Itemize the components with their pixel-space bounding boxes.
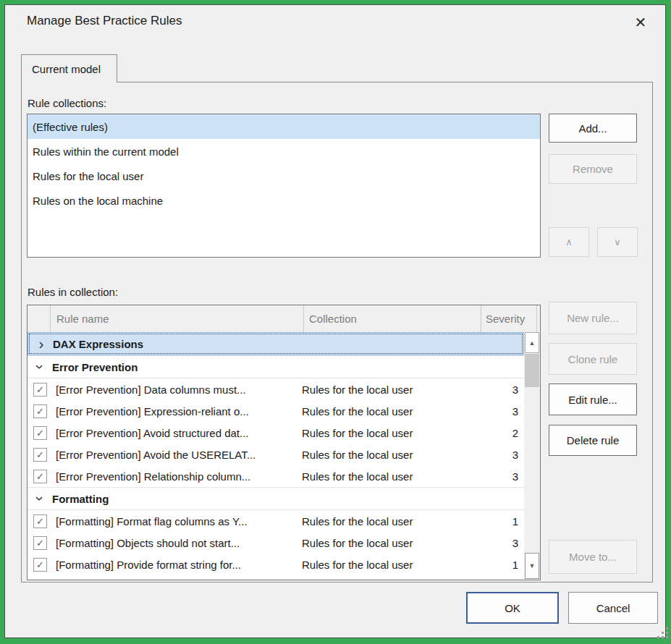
header-collection[interactable]: Collection [304,305,481,332]
rule-collection-cell: Rules for the local user [297,405,468,418]
rule-checkbox[interactable]: ✓ [33,404,47,418]
rule-checkbox-cell: ✓ [28,470,50,483]
delete-rule-button[interactable]: Delete rule [549,425,637,456]
rule-checkbox[interactable]: ✓ [33,448,47,462]
rule-collections-listbox[interactable]: (Effective rules)Rules within the curren… [27,114,541,258]
dialog-window: Manage Best Practice Rules ✕ Current mod… [4,4,666,638]
rule-collections-label: Rule collections: [28,97,106,109]
rule-name-cell: [Formatting] Provide format string for..… [50,559,297,571]
rule-severity-cell: 3 [468,405,524,418]
rule-name-cell: [Error Prevention] Avoid the USERELAT... [50,449,297,461]
rule-collection-cell: Rules for the local user [297,427,468,439]
rule-checkbox[interactable]: ✓ [33,514,47,528]
rule-checkbox[interactable]: ✓ [33,470,47,483]
rules-table: Rule name Collection Severity ›DAX Expre… [27,305,541,580]
close-icon[interactable]: ✕ [628,9,654,35]
rule-collection-cell: Rules for the local user [297,384,468,396]
header-checkbox-column [28,305,51,332]
tab-current-model[interactable]: Current model [21,54,117,82]
rule-name-cell: [Error Prevention] Data columns must... [50,384,297,396]
header-severity[interactable]: Severity [481,305,537,332]
rule-row[interactable]: ✓[Formatting] Provide format string for.… [28,554,524,575]
rule-name-cell: [Formatting] Objects should not start... [50,537,297,549]
rule-row[interactable]: ✓[Error Prevention] Relationship column.… [28,465,524,487]
rule-severity-cell: 3 [468,384,524,396]
rule-group-label: Error Prevention [52,361,138,373]
rule-severity-cell: 1 [468,559,524,571]
collection-list-item[interactable]: Rules on the local machine [28,188,540,213]
rule-severity-cell: 1 [468,515,524,528]
chevron-expanded-icon[interactable]: › [35,361,46,373]
header-spacer [537,305,540,332]
rule-name-cell: [Error Prevention] Expression-reliant o.… [50,405,297,418]
tab-label: Current model [32,63,101,75]
rule-checkbox-cell: ✓ [28,404,50,418]
rules-in-collection-label: Rules in collection: [28,286,118,298]
rule-severity-cell: 2 [468,427,524,439]
add-button[interactable]: Add... [549,114,637,143]
rule-name-cell: [Error Prevention] Avoid structured dat.… [50,427,297,439]
cancel-button[interactable]: Cancel [568,592,658,624]
rule-severity-cell: 3 [468,449,524,461]
rule-row[interactable]: ✓[Error Prevention] Expression-reliant o… [28,400,524,422]
scroll-up-icon[interactable]: ▲ [525,332,539,353]
rule-checkbox-cell: ✓ [28,383,50,397]
rule-checkbox[interactable]: ✓ [33,426,47,440]
header-rule-name[interactable]: Rule name [51,305,304,332]
rule-collection-cell: Rules for the local user [297,537,468,549]
rule-checkbox[interactable]: ✓ [33,558,47,572]
rule-group-row[interactable]: ›Error Prevention [28,355,524,378]
rule-severity-cell: 3 [468,470,524,483]
rule-collection-cell: Rules for the local user [297,449,468,461]
collection-list-item[interactable]: (Effective rules) [28,114,540,139]
rule-checkbox[interactable]: ✓ [33,383,47,397]
rule-row[interactable]: ✓[Error Prevention] Avoid structured dat… [28,422,524,444]
rules-table-header: Rule name Collection Severity [28,305,540,333]
rule-checkbox[interactable]: ✓ [33,536,47,550]
rules-table-body: ›DAX Expressions›Error Prevention✓[Error… [28,332,524,580]
rule-row[interactable]: ✓[Error Prevention] Avoid the USERELAT..… [28,444,524,465]
rule-checkbox-cell: ✓ [28,514,50,528]
dialog-title: Manage Best Practice Rules [27,14,182,28]
rule-row[interactable]: ✓[Error Prevention] Data columns must...… [28,378,524,400]
rule-checkbox-cell: ✓ [28,536,50,550]
rule-group-row[interactable]: ›DAX Expressions [28,332,524,355]
rule-group-row[interactable]: ›Formatting [28,487,524,510]
rule-collection-cell: Rules for the local user [297,515,468,528]
chevron-expanded-icon[interactable]: › [35,493,46,504]
rule-severity-cell: 3 [468,537,524,549]
rule-group-label: Formatting [52,493,109,505]
scrollbar-thumb[interactable] [525,354,539,387]
rule-collection-cell: Rules for the local user [297,559,468,571]
collection-list-item[interactable]: Rules within the current model [28,139,540,164]
move-to-button[interactable]: Move to... [549,540,637,574]
collection-list-item[interactable]: Rules for the local user [28,164,540,188]
rule-group-label: DAX Expressions [53,338,143,350]
new-rule-button[interactable]: New rule... [549,302,637,334]
remove-button[interactable]: Remove [549,154,637,184]
rule-name-cell: [Error Prevention] Relationship column..… [50,470,297,483]
rule-row[interactable]: ✓[Formatting] Format flag columns as Y..… [28,510,524,532]
edit-rule-button[interactable]: Edit rule... [549,384,637,415]
scroll-down-icon[interactable]: ▼ [525,553,539,579]
rule-checkbox-cell: ✓ [28,558,50,572]
rule-collection-cell: Rules for the local user [297,470,468,483]
vertical-scrollbar[interactable]: ▲ ▼ [524,332,540,580]
move-down-button[interactable]: ∨ [597,227,638,257]
clone-rule-button[interactable]: Clone rule [549,343,637,375]
move-up-button[interactable]: ∧ [549,227,589,257]
ok-button[interactable]: OK [466,592,559,624]
rule-checkbox-cell: ✓ [28,448,50,462]
window-highlight-frame: Manage Best Practice Rules ✕ Current mod… [0,0,671,644]
rule-name-cell: [Formatting] Format flag columns as Y... [50,515,297,528]
rule-row[interactable]: ✓[Formatting] Objects should not start..… [28,532,524,554]
resize-grip[interactable] [657,627,669,639]
chevron-collapsed-icon[interactable]: › [35,338,47,349]
rule-checkbox-cell: ✓ [28,426,50,440]
